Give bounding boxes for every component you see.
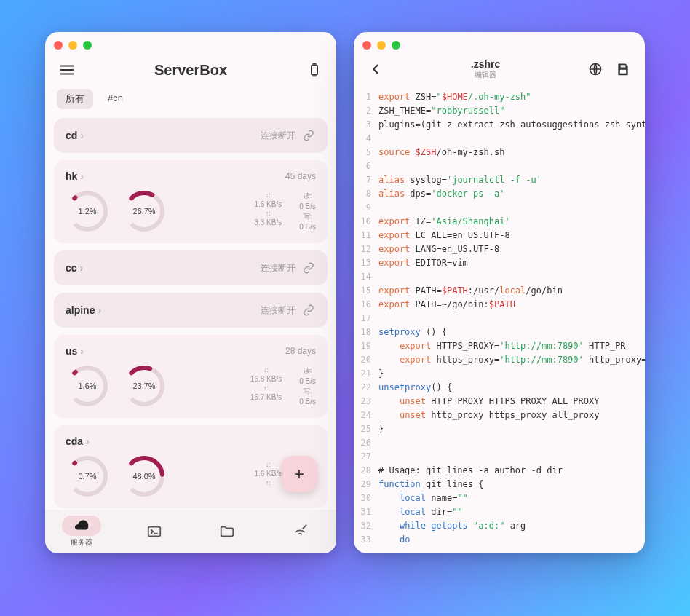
save-icon[interactable]: [613, 59, 633, 79]
code-line: 31 local dir="": [354, 505, 645, 519]
menu-icon[interactable]: [57, 60, 77, 80]
globe-icon[interactable]: [585, 59, 606, 79]
code-line: 7alias syslog='journalctl -f -u': [354, 173, 645, 187]
line-number: 5: [354, 146, 378, 159]
code-line: 29function git_lines {: [354, 478, 645, 491]
code-line: 23 unset HTTP_PROXY HTTPS_PROXY ALL_PROX…: [354, 395, 645, 408]
uptime-label: 28 days: [285, 346, 316, 356]
editor-title: .zshrc: [471, 58, 500, 70]
code-line: 3plugins=(git z extract zsh-autosuggesti…: [354, 118, 645, 132]
serverbox-window: ServerBox 所有#cn cd › 连接断开 hk › 45 days 1…: [45, 32, 336, 553]
code-line: 6: [354, 159, 645, 173]
nav-item-terminal[interactable]: [135, 521, 174, 542]
link-icon[interactable]: [301, 261, 316, 275]
code-line: 1export ZSH="$HOME/.oh-my-zsh": [354, 90, 645, 104]
disconnect-label: 连接断开: [261, 262, 296, 275]
traffic-lights: [45, 32, 336, 54]
link-icon[interactable]: [301, 303, 316, 317]
line-number: 33: [354, 533, 378, 547]
filter-chips: 所有#cn: [45, 89, 336, 118]
code-line: 12export LANG=en_US.UTF-8: [354, 242, 645, 256]
code-line: 18setproxy () {: [354, 325, 645, 339]
code-line: 27: [354, 450, 645, 464]
mem-gauge: 23.7%: [122, 364, 166, 408]
max-dot[interactable]: [83, 41, 92, 50]
line-number: 18: [354, 325, 378, 339]
svg-rect-0: [312, 65, 317, 74]
svg-rect-1: [148, 527, 161, 537]
chevron-right-icon: ›: [80, 170, 84, 182]
line-number: 14: [354, 270, 378, 284]
editor-title-wrap: .zshrc 编辑器: [393, 58, 578, 80]
line-number: 27: [354, 450, 378, 464]
line-number: 25: [354, 422, 378, 436]
chevron-right-icon: ›: [86, 435, 90, 447]
cpu-gauge: 0.7%: [66, 454, 109, 498]
code-line: 26: [354, 436, 645, 450]
wifi-icon: [280, 521, 320, 542]
code-line: 9: [354, 201, 645, 215]
line-number: 2: [354, 104, 378, 118]
mem-gauge: 26.7%: [122, 189, 166, 233]
nav-label: 服务器: [71, 537, 92, 548]
line-number: 24: [354, 408, 378, 422]
nav-item-folder[interactable]: [207, 521, 247, 542]
editor-header: .zshrc 编辑器: [354, 54, 645, 87]
code-line: 4: [354, 132, 645, 146]
back-icon[interactable]: [365, 59, 386, 79]
server-name: us ›: [66, 345, 84, 357]
line-number: 9: [354, 201, 378, 215]
code-line: 32 while getopts "a:d:" arg: [354, 519, 645, 533]
line-number: 28: [354, 464, 378, 478]
link-icon[interactable]: [301, 128, 316, 143]
editor-window: .zshrc 编辑器 1export ZSH="$HOME/.oh-my-zsh…: [354, 32, 645, 553]
code-line: 22unsetproxy() {: [354, 381, 645, 395]
server-stats: ↓:16.8 KB/s ↑:16.7 KB/s 读:0 B/s 写:0 B/s: [250, 366, 316, 406]
server-card[interactable]: hk › 45 days 1.2% 26.7% ↓:1.6 KB/s ↑:3.3…: [54, 160, 328, 243]
chevron-right-icon: ›: [80, 262, 84, 274]
server-name: hk ›: [66, 170, 84, 182]
line-number: 8: [354, 187, 378, 201]
filter-chip[interactable]: #cn: [99, 89, 132, 109]
cpu-gauge: 1.2%: [66, 189, 109, 233]
device-icon[interactable]: [304, 60, 325, 80]
add-button[interactable]: +: [281, 456, 317, 492]
nav-item-wifi[interactable]: [280, 521, 320, 542]
close-dot[interactable]: [54, 41, 63, 50]
code-editor[interactable]: 1export ZSH="$HOME/.oh-my-zsh"2ZSH_THEME…: [354, 87, 645, 550]
server-name: cda ›: [66, 435, 90, 447]
server-name: cc ›: [66, 262, 83, 274]
server-card[interactable]: cc › 连接断开: [54, 250, 328, 285]
min-dot[interactable]: [377, 41, 386, 50]
code-line: 15export PATH=$PATH:/usr/local/go/bin: [354, 284, 645, 298]
server-card[interactable]: us › 28 days 1.6% 23.7% ↓:16.8 KB/s ↑:16…: [54, 335, 328, 418]
server-name: cd ›: [66, 130, 84, 141]
line-number: 17: [354, 312, 378, 325]
line-number: 30: [354, 491, 378, 505]
line-number: 32: [354, 519, 378, 533]
code-line: 21}: [354, 367, 645, 381]
chevron-right-icon: ›: [80, 345, 84, 357]
filter-chip[interactable]: 所有: [57, 89, 93, 109]
terminal-icon: [135, 521, 174, 542]
line-number: 31: [354, 505, 378, 519]
nav-item-cloud[interactable]: 服务器: [62, 516, 101, 548]
code-line: 24 unset http_proxy https_proxy all_prox…: [354, 408, 645, 422]
server-card[interactable]: cd › 连接断开: [54, 118, 328, 153]
server-stats: ↓:1.6 KB/s ↑:3.3 KB/s 读:0 B/s 写:0 B/s: [254, 191, 316, 231]
code-line: 20 export https_proxy='http://mm:7890' h…: [354, 353, 645, 367]
line-number: 11: [354, 229, 378, 242]
folder-icon: [207, 521, 247, 542]
disconnect-label: 连接断开: [261, 130, 296, 142]
code-line: 28# Usage: git_lines -a author -d dir: [354, 464, 645, 478]
min-dot[interactable]: [68, 41, 77, 50]
close-dot[interactable]: [362, 41, 371, 50]
bottom-nav: 服务器: [45, 510, 336, 553]
server-card[interactable]: alpine › 连接断开: [54, 293, 328, 328]
max-dot[interactable]: [392, 41, 400, 50]
line-number: 22: [354, 381, 378, 395]
code-line: 19 export HTTPS_PROXY='http://mm:7890' H…: [354, 339, 645, 353]
line-number: 12: [354, 242, 378, 256]
editor-subtitle: 编辑器: [475, 70, 496, 80]
code-line: 33 do: [354, 533, 645, 547]
